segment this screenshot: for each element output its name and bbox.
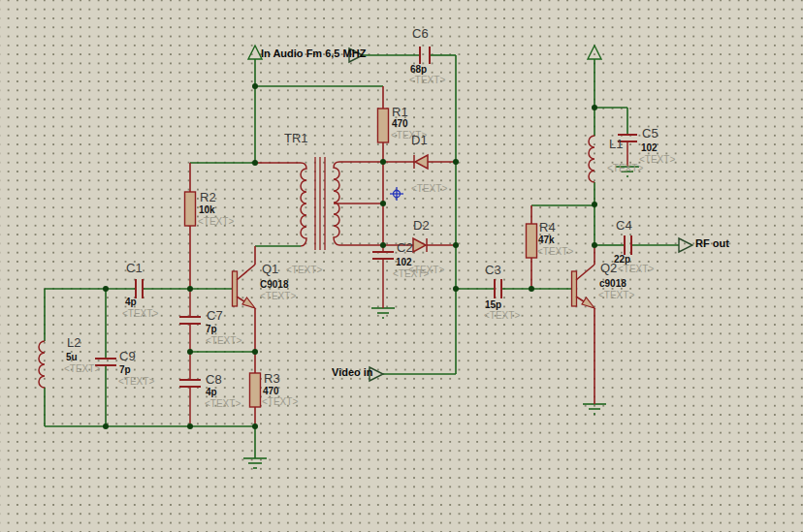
audio-in-label[interactable]: In Audio Fm 6,5 MHZ: [261, 48, 366, 60]
c9-placeholder-label[interactable]: <TEXT>: [118, 377, 154, 388]
rf-out-terminal-icon[interactable]: [679, 238, 692, 252]
q1-ref-label[interactable]: Q1: [262, 263, 278, 276]
c3-value-label[interactable]: 15p: [485, 300, 501, 311]
l1-ref-label[interactable]: L1: [609, 138, 623, 151]
c5-ref-label[interactable]: C5: [642, 127, 658, 141]
c8-ref-label[interactable]: C8: [206, 373, 222, 387]
capacitor-c8[interactable]: [179, 352, 201, 426]
c6-ref-label[interactable]: C6: [412, 27, 429, 41]
r3-value-label[interactable]: 470: [263, 387, 279, 397]
capacitor-c6[interactable]: [420, 47, 430, 64]
transformer-tr1[interactable]: [255, 157, 383, 250]
capacitor-c1[interactable]: [136, 279, 143, 298]
q1-value-label[interactable]: C9018: [260, 280, 288, 291]
r3-ref-label[interactable]: R3: [264, 372, 280, 386]
q2-placeholder-label[interactable]: <TEXT>: [618, 265, 654, 275]
r2-value-label[interactable]: 10k: [199, 205, 215, 216]
d2-ref-label[interactable]: D2: [413, 219, 430, 233]
diode-d2[interactable]: [383, 238, 456, 252]
r4-placeholder-label[interactable]: <TEXT>: [537, 247, 573, 258]
l2-ref-label[interactable]: L2: [67, 336, 80, 350]
r2-placeholder-label[interactable]: <TEXT>: [198, 217, 234, 228]
q1-placeholder-label[interactable]: <TEXT>: [286, 266, 322, 276]
l2-value-label[interactable]: 5u: [66, 353, 78, 363]
c8-value-label[interactable]: 4p: [206, 388, 217, 398]
capacitor-c7[interactable]: [179, 289, 201, 352]
diode-d1[interactable]: [383, 155, 456, 169]
c2-ref-label[interactable]: C2: [397, 241, 413, 255]
q1-placeholder2-label[interactable]: <TEXT>: [260, 292, 296, 302]
c6-value-label[interactable]: 68p: [410, 65, 427, 76]
capacitor-c4[interactable]: [625, 235, 631, 255]
c1-value-label[interactable]: 4p: [125, 297, 137, 308]
c2-placeholder-label[interactable]: <TEXT>: [393, 269, 429, 280]
origin-marker-icon: [390, 187, 403, 201]
r1-value-label[interactable]: 470: [392, 119, 408, 130]
c9-value-label[interactable]: 7p: [119, 365, 131, 376]
r3-placeholder-label[interactable]: <TEXT>: [262, 397, 298, 408]
r4-ref-label[interactable]: R4: [539, 221, 556, 235]
rf-out-label[interactable]: RF out: [695, 238, 729, 250]
l1-placeholder-label[interactable]: <TEXT>: [607, 164, 643, 174]
resistor-r4[interactable]: [527, 205, 537, 289]
q2-placeholder2-label[interactable]: <TEXT>: [598, 291, 634, 301]
resistor-r2[interactable]: [185, 163, 196, 289]
c4-ref-label[interactable]: C4: [616, 219, 632, 233]
c7-placeholder-label[interactable]: <TEXT>: [206, 336, 241, 347]
c2-value-label[interactable]: 102: [396, 258, 412, 268]
inductor-l2[interactable]: [39, 341, 45, 388]
c3-placeholder-label[interactable]: <TEXT>: [484, 311, 520, 322]
capacitor-c2[interactable]: [372, 245, 394, 308]
c7-value-label[interactable]: 7p: [206, 325, 217, 335]
c5-value-label[interactable]: 102: [641, 143, 658, 154]
c4-value-label[interactable]: 22p: [614, 255, 630, 266]
c8-placeholder-label[interactable]: <TEXT>: [205, 399, 241, 410]
resistor-r3[interactable]: [250, 352, 261, 426]
transistor-q2[interactable]: [572, 245, 595, 404]
resistor-r1[interactable]: [378, 86, 389, 245]
r2-ref-label[interactable]: R2: [200, 191, 216, 204]
power-terminal-left[interactable]: [248, 46, 262, 59]
l2-placeholder-label[interactable]: <TEXT>: [64, 364, 100, 375]
c1-ref-label[interactable]: C1: [126, 262, 143, 275]
r1-ref-label[interactable]: R1: [392, 106, 408, 119]
c6-placeholder-label[interactable]: <TEXT>: [409, 76, 445, 86]
capacitor-c3[interactable]: [495, 279, 501, 298]
c7-ref-label[interactable]: C7: [207, 309, 223, 323]
c3-ref-label[interactable]: C3: [485, 264, 501, 277]
video-in-label[interactable]: Video in: [332, 367, 373, 379]
schematic-canvas[interactable]: In Audio Fm 6,5 MHZ Video in RF out C6 6…: [0, 0, 803, 532]
ground-symbol-c2[interactable]: [371, 308, 395, 318]
c5-placeholder-label[interactable]: <TEXT>: [639, 155, 675, 166]
ground-symbol-r3[interactable]: [243, 426, 267, 468]
d1-ref-label[interactable]: D1: [411, 134, 428, 147]
d1-placeholder-label[interactable]: <TEXT>: [411, 184, 447, 195]
c9-ref-label[interactable]: C9: [119, 350, 136, 363]
r4-value-label[interactable]: 47k: [538, 235, 555, 246]
tr1-ref-label[interactable]: TR1: [284, 132, 308, 145]
c1-placeholder-label[interactable]: <TEXT>: [122, 309, 158, 320]
power-terminal-right[interactable]: [588, 46, 601, 59]
q2-value-label[interactable]: c9018: [599, 279, 626, 290]
ground-symbol-q2[interactable]: [583, 404, 606, 414]
inductor-l1[interactable]: [589, 136, 594, 182]
